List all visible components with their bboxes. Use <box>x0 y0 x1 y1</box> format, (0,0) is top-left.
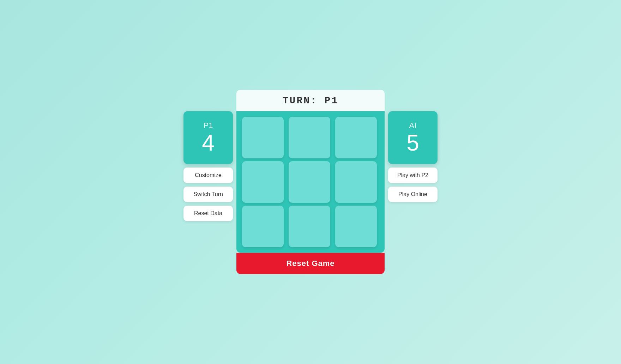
ai-score: 5 <box>406 132 419 154</box>
board-grid <box>242 117 379 247</box>
right-panel: AI 5 Play with P2 Play Online <box>388 111 438 202</box>
cell-2[interactable] <box>335 117 377 158</box>
switch-turn-button[interactable]: Switch Turn <box>183 187 233 202</box>
play-p2-button[interactable]: Play with P2 <box>388 168 438 183</box>
p1-label: P1 <box>204 121 213 130</box>
cell-4[interactable] <box>289 161 330 203</box>
cell-8[interactable] <box>335 206 377 247</box>
p1-score: 4 <box>202 132 215 154</box>
cell-7[interactable] <box>289 206 330 247</box>
ai-label: AI <box>409 121 417 130</box>
ai-score-card: AI 5 <box>388 111 438 164</box>
cell-1[interactable] <box>289 117 330 158</box>
left-panel: P1 4 Customize Switch Turn Reset Data <box>183 111 233 221</box>
cell-6[interactable] <box>242 206 284 247</box>
reset-data-button[interactable]: Reset Data <box>183 206 233 221</box>
turn-header: TURN: P1 <box>236 90 385 111</box>
reset-game-button[interactable]: Reset Game <box>236 253 385 274</box>
cell-0[interactable] <box>242 117 284 158</box>
cell-5[interactable] <box>335 161 377 203</box>
cell-3[interactable] <box>242 161 284 203</box>
game-container: P1 4 Customize Switch Turn Reset Data TU… <box>183 90 438 274</box>
board-wrapper <box>236 111 385 253</box>
p1-score-card: P1 4 <box>183 111 233 164</box>
play-online-button[interactable]: Play Online <box>388 187 438 202</box>
center-panel: TURN: P1 Reset Game <box>236 90 385 274</box>
turn-text: TURN: P1 <box>283 95 338 106</box>
customize-button[interactable]: Customize <box>183 168 233 183</box>
